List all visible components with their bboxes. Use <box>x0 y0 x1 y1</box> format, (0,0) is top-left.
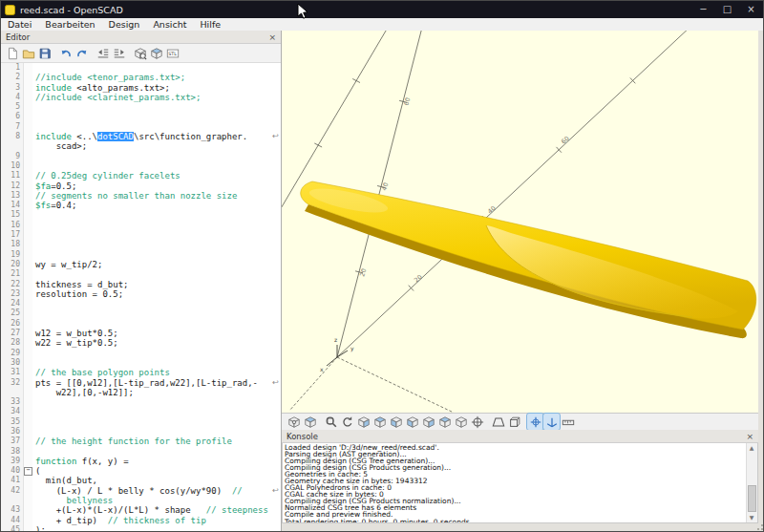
code-text: w12 = w_but*0.5; <box>32 329 281 338</box>
view-center-icon[interactable] <box>469 414 485 430</box>
view-right-icon[interactable] <box>355 414 371 430</box>
tick-label: 40 <box>486 204 497 215</box>
gnomon-x-label: x <box>320 366 324 372</box>
line-number: 20 <box>1 260 24 269</box>
code-text <box>32 417 281 427</box>
scroll-up-icon[interactable]: ▲ <box>747 443 756 453</box>
fold-margin <box>24 161 32 171</box>
line-number: 1 <box>1 63 24 73</box>
zoom-all-icon[interactable] <box>323 414 339 430</box>
menu-item-design[interactable]: Design <box>102 18 147 31</box>
viewport-3d[interactable]: 20 40 60 20 40 60 z y x <box>282 31 758 413</box>
fold-margin <box>24 447 32 457</box>
code-segment: \src\function_grapher. <box>134 132 247 141</box>
fold-margin <box>24 269 32 279</box>
editor-panel-header[interactable]: Editor × <box>1 31 281 44</box>
fold-margin <box>24 516 32 525</box>
editor-close-icon[interactable]: × <box>268 32 276 43</box>
perspective-icon[interactable] <box>490 414 506 430</box>
code-text <box>32 161 281 171</box>
code-row: 30 <box>1 358 281 368</box>
fold-margin <box>24 260 32 269</box>
export-stl-icon[interactable]: STL <box>164 45 180 61</box>
editor-panel-title: Editor <box>6 32 30 42</box>
title-bar[interactable]: reed.scad - OpenSCAD −□× <box>1 1 763 18</box>
viewport-3d-canvas[interactable]: 20 40 60 20 40 60 z y x <box>282 31 758 413</box>
menu-item-bearbeiten[interactable]: Bearbeiten <box>38 18 101 31</box>
console-panel-header[interactable]: Konsole × <box>282 430 758 443</box>
code-row: 4//include <clarinet_params.txt>; <box>1 93 281 102</box>
code-text: //include <clarinet_params.txt>; <box>32 93 281 102</box>
menu-item-datei[interactable]: Datei <box>1 18 38 31</box>
editor-toolbar: STL <box>1 44 281 63</box>
code-text <box>32 152 281 161</box>
open-file-icon[interactable] <box>20 45 36 61</box>
save-file-icon[interactable] <box>36 45 53 61</box>
view-front-icon[interactable] <box>420 414 436 430</box>
view-preview-icon[interactable] <box>286 414 302 430</box>
view-diagonal-icon[interactable] <box>453 414 469 430</box>
view-render-icon[interactable] <box>302 414 318 430</box>
fold-margin <box>24 319 32 329</box>
code-segment: w22],[0,-w12]]; <box>35 388 134 397</box>
code-row: 37// the height function for the profile <box>1 436 281 446</box>
code-text: ( <box>32 466 281 476</box>
new-file-icon[interactable] <box>4 45 20 61</box>
resize-grip[interactable] <box>753 523 764 532</box>
scroll-down-icon[interactable]: ▼ <box>747 513 756 522</box>
code-text: thickness = d_but; <box>32 280 281 289</box>
line-number: 10 <box>1 161 24 171</box>
indent-icon[interactable] <box>111 45 127 61</box>
reset-view-icon[interactable] <box>339 414 355 430</box>
view-top-icon[interactable] <box>371 414 388 430</box>
code-row: 6 <box>1 112 281 121</box>
view-back-icon[interactable] <box>436 414 453 430</box>
undo-icon[interactable] <box>57 45 74 61</box>
fold-margin <box>24 73 32 82</box>
code-text: wy = w_tip/2; <box>32 260 281 269</box>
orthographic-icon[interactable] <box>506 414 522 430</box>
code-editor[interactable]: 12//include <tenor_params.txt>;3include … <box>1 63 281 531</box>
fold-margin <box>24 289 32 299</box>
line-number <box>1 496 24 505</box>
console-output[interactable]: Loaded design 'D:/3d/new_reed/reed.scad'… <box>282 443 758 523</box>
code-row: 16 <box>1 221 281 230</box>
console-close-icon[interactable]: × <box>746 431 753 442</box>
line-number: 17 <box>1 230 24 240</box>
code-row: 13// segments no smaller than nozzle siz… <box>1 191 281 201</box>
minimize-button[interactable]: − <box>691 1 715 18</box>
code-segment: ); <box>35 525 46 531</box>
menu-item-hilfe[interactable]: Hilfe <box>193 18 227 31</box>
code-row: scad>; <box>1 141 281 151</box>
line-number: 2 <box>1 73 24 82</box>
code-row: 39function f(x, y) = <box>1 457 281 466</box>
fold-margin <box>24 250 32 260</box>
fold-margin <box>24 525 32 531</box>
line-number: 42 <box>1 486 24 496</box>
fold-marker-icon[interactable]: − <box>24 466 32 476</box>
code-row: 20wy = w_tip/2; <box>1 260 281 269</box>
code-segment: // steepness <box>206 505 268 515</box>
scrollbar-thumb[interactable] <box>748 485 756 512</box>
view-left-icon[interactable] <box>404 414 420 430</box>
orientation-gnomon <box>327 345 348 366</box>
line-number: 25 <box>1 309 24 318</box>
line-number: 40 <box>1 466 24 476</box>
view-bottom-icon[interactable] <box>388 414 404 430</box>
show-axes-icon[interactable] <box>543 414 560 430</box>
preview-icon[interactable] <box>132 45 148 61</box>
unindent-icon[interactable] <box>95 45 111 61</box>
redo-icon[interactable] <box>74 45 90 61</box>
close-button[interactable]: × <box>739 1 763 18</box>
show-scale-markers-icon[interactable] <box>560 414 576 430</box>
code-segment: // 0.25deg cylinder facelets <box>35 171 180 181</box>
console-scrollbar[interactable]: ▲ ▼ <box>746 443 757 522</box>
render-icon[interactable] <box>148 45 164 61</box>
code-row: 34 <box>1 407 281 416</box>
show-crosshairs-icon[interactable] <box>527 414 543 430</box>
maximize-button[interactable]: □ <box>715 1 739 18</box>
fold-margin <box>24 457 32 466</box>
code-row: 12$fa=0.5; <box>1 181 281 191</box>
menu-item-ansicht[interactable]: Ansicht <box>146 18 193 31</box>
code-text: include <alto_params.txt>; <box>32 83 281 93</box>
